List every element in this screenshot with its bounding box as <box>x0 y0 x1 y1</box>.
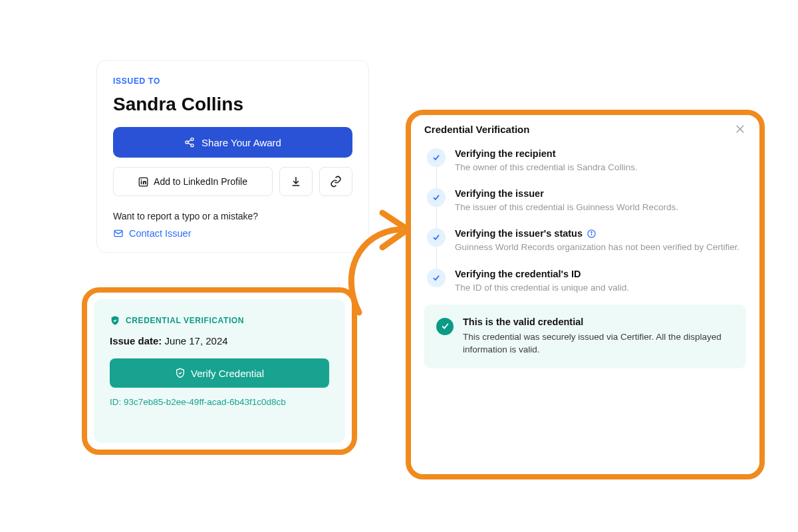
check-icon <box>432 193 441 202</box>
step-status-icon <box>427 228 446 247</box>
shield-check-icon <box>110 315 120 326</box>
verification-step: Verifying the recipient The owner of thi… <box>427 148 746 188</box>
close-button[interactable] <box>734 123 746 135</box>
share-award-button[interactable]: Share Your Award <box>113 127 352 158</box>
step-desc: The ID of this credential is unique and … <box>455 282 746 294</box>
check-icon <box>440 321 450 331</box>
valid-check-icon <box>436 318 454 335</box>
svg-point-0 <box>191 138 194 140</box>
issue-date-value: June 17, 2024 <box>165 335 228 346</box>
credential-verification-title: CREDENTIAL VERIFICATION <box>126 316 244 325</box>
share-icon <box>184 137 195 148</box>
download-icon <box>290 176 302 188</box>
award-card: ISSUED TO Sandra Collins Share Your Awar… <box>96 60 369 253</box>
issue-date-label: Issue date: <box>110 335 162 346</box>
recipient-name: Sandra Collins <box>113 94 352 115</box>
verification-panel-highlight: Credential Verification Verifying the re… <box>406 110 765 479</box>
svg-line-3 <box>188 140 192 142</box>
check-icon <box>432 233 441 242</box>
share-award-label: Share Your Award <box>201 137 281 148</box>
mail-icon <box>113 228 124 239</box>
issued-to-label: ISSUED TO <box>113 76 352 86</box>
linkedin-button-label: Add to LinkedIn Profile <box>154 176 247 187</box>
verification-step: Verifying the credential's ID The ID of … <box>427 269 746 305</box>
verification-steps: Verifying the recipient The owner of thi… <box>424 148 746 305</box>
step-desc: Guinness World Records organization has … <box>455 241 746 253</box>
step-title: Verifying the recipient <box>455 148 556 159</box>
step-title: Verifying the issuer's status <box>455 228 583 239</box>
valid-banner-desc: This credential was securely issued via … <box>463 331 734 356</box>
svg-point-7 <box>141 179 142 180</box>
verification-panel-title: Credential Verification <box>424 124 529 135</box>
svg-point-1 <box>186 141 188 144</box>
valid-banner-title: This is the valid credential <box>463 317 734 327</box>
credential-id-value: 93c7eb85-b2ee-49ff-acad-6b43f1c0d8cb <box>124 397 286 407</box>
valid-credential-banner: This is the valid credential This creden… <box>424 305 746 368</box>
verification-step: Verifying the issuer The issuer of this … <box>427 188 746 228</box>
info-icon[interactable] <box>587 229 597 239</box>
svg-point-2 <box>191 144 194 147</box>
linkedin-icon <box>138 177 148 187</box>
issue-date: Issue date: June 17, 2024 <box>110 335 329 346</box>
step-desc: The issuer of this credential is Guinnes… <box>455 201 746 213</box>
step-status-icon <box>427 269 446 287</box>
check-icon <box>432 273 441 283</box>
credential-verification-box: CREDENTIAL VERIFICATION Issue date: June… <box>94 299 345 443</box>
contact-issuer-link[interactable]: Contact Issuer <box>113 228 352 239</box>
credential-verification-highlight: CREDENTIAL VERIFICATION Issue date: June… <box>82 287 357 455</box>
report-typo-text: Want to report a typo or a mistake? <box>113 211 352 221</box>
credential-id-label: ID: <box>110 397 121 407</box>
step-desc: The owner of this credential is Sandra C… <box>455 162 746 174</box>
step-status-icon <box>427 148 446 167</box>
download-button[interactable] <box>279 167 313 196</box>
action-row: Add to LinkedIn Profile <box>113 167 352 196</box>
svg-rect-6 <box>141 181 142 184</box>
credential-id: ID: 93c7eb85-b2ee-49ff-acad-6b43f1c0d8cb <box>110 397 329 407</box>
svg-line-4 <box>188 143 192 145</box>
step-title: Verifying the issuer <box>455 188 544 199</box>
step-status-icon <box>427 188 446 207</box>
svg-point-13 <box>591 231 592 232</box>
verification-step: Verifying the issuer's status Guinness W… <box>427 228 746 268</box>
link-icon <box>330 176 342 188</box>
step-title: Verifying the credential's ID <box>455 269 581 279</box>
shield-icon <box>175 368 186 378</box>
verify-credential-button[interactable]: Verify Credential <box>110 358 329 388</box>
verify-credential-label: Verify Credential <box>191 368 264 379</box>
contact-issuer-label: Contact Issuer <box>129 228 192 239</box>
add-to-linkedin-button[interactable]: Add to LinkedIn Profile <box>113 167 273 196</box>
check-icon <box>432 153 441 162</box>
close-icon <box>734 123 746 135</box>
copy-link-button[interactable] <box>319 167 352 196</box>
